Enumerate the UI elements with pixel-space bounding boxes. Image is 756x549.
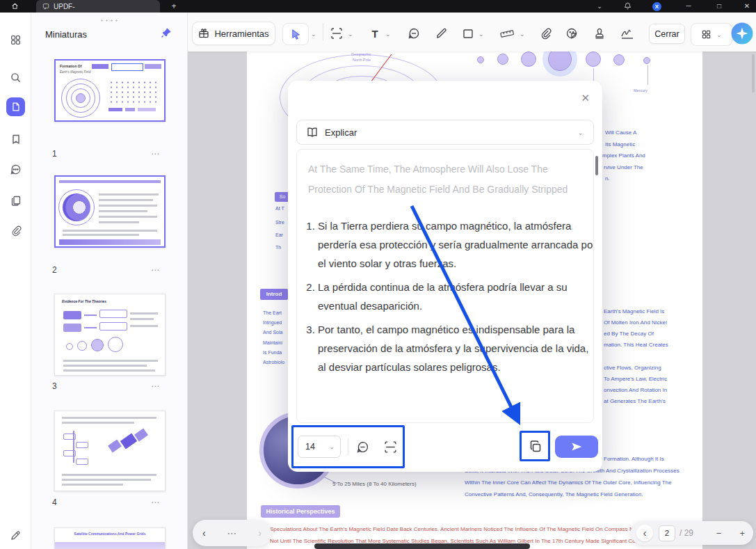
tools-gift-icon bbox=[198, 28, 209, 39]
thumb1-dot-grid bbox=[108, 80, 159, 104]
tools-button[interactable]: Herramientas bbox=[192, 22, 275, 45]
thumb3-outline-box bbox=[99, 310, 127, 318]
quoted-source-text: At The Same Time, The Atmosphere Will Al… bbox=[308, 159, 581, 200]
thumb1-bar bbox=[125, 108, 135, 111]
thumb3-line bbox=[130, 318, 154, 320]
text-dropdown-chevron-icon[interactable]: ⌄ bbox=[385, 31, 391, 38]
page-pager-pill: ‹ / 29 − + bbox=[631, 521, 753, 545]
text-tool-icon[interactable]: T bbox=[367, 26, 383, 40]
signature-tool-icon[interactable] bbox=[618, 26, 636, 40]
send-button[interactable] bbox=[555, 436, 598, 458]
page-thumbnail-2[interactable] bbox=[54, 175, 166, 248]
page-text: Will Cause A bbox=[605, 129, 636, 136]
home-icon[interactable] bbox=[11, 2, 19, 10]
ai-answer-item: Si la Tierra perdiera su campo magnético… bbox=[318, 216, 594, 273]
pointer-tool-button[interactable] bbox=[282, 23, 309, 45]
dialog-close-icon[interactable]: ✕ bbox=[581, 92, 590, 104]
thumb1-highlight bbox=[145, 64, 161, 69]
screenshot-area-tool-icon[interactable] bbox=[329, 26, 344, 40]
planet-circle bbox=[613, 54, 625, 65]
comment-tool-icon[interactable] bbox=[406, 26, 421, 40]
horizontal-scrollbar[interactable] bbox=[314, 543, 530, 549]
pager-prev-button[interactable]: ‹ bbox=[636, 525, 653, 541]
attachment-tool-icon[interactable] bbox=[538, 26, 553, 40]
page-1-menu-icon[interactable]: ⋯ bbox=[151, 149, 160, 159]
page-layout-chevron-icon: ⌄ bbox=[716, 31, 722, 38]
pencil-tool-icon[interactable] bbox=[434, 26, 449, 40]
shapes-dropdown-chevron-icon[interactable]: ⌄ bbox=[478, 31, 484, 38]
document-tab[interactable]: UPDF- bbox=[36, 0, 160, 13]
bookmark-icon[interactable] bbox=[6, 129, 25, 148]
updf-ai-button[interactable] bbox=[730, 22, 754, 45]
thumb4-tree-box bbox=[76, 442, 88, 448]
comments-icon[interactable] bbox=[6, 160, 25, 179]
search-icon[interactable] bbox=[6, 68, 25, 87]
page-text: onvection And Rotation In bbox=[604, 387, 667, 393]
thumb1-subtitle: Earth's Magnetic Field bbox=[60, 70, 90, 74]
minimize-button[interactable]: ─ bbox=[683, 0, 694, 13]
ai-answer-item: Por tanto, el campo magnético es indispe… bbox=[318, 320, 594, 376]
dialog-scrollbar-thumb[interactable] bbox=[595, 156, 598, 175]
page-text-red: Speculations About The Earth's Magnetic … bbox=[270, 526, 651, 532]
page-2-menu-icon[interactable]: ⋯ bbox=[151, 265, 160, 275]
page-text: mation. This Heat Creates bbox=[604, 342, 668, 348]
nav-next-icon[interactable]: › bbox=[258, 528, 262, 538]
page-layout-button[interactable]: ⌄ bbox=[691, 23, 732, 46]
updf-app: Geographic North Pole Neptune Mercury Wi… bbox=[0, 0, 756, 549]
close-edit-button[interactable]: Cerrar bbox=[649, 24, 685, 44]
thumb4-tree-box bbox=[63, 433, 76, 440]
page-text: To Ampere's Law, Electric bbox=[604, 376, 667, 382]
panel-title: Miniaturas bbox=[45, 29, 87, 40]
page-text: The Eart bbox=[263, 310, 282, 315]
page-3-menu-icon[interactable]: ⋯ bbox=[151, 381, 160, 391]
titlebar-chevron-icon[interactable]: ⌄ bbox=[594, 0, 605, 13]
zoom-out-icon[interactable]: − bbox=[716, 529, 722, 538]
planet-circle bbox=[586, 51, 601, 67]
planet-circle bbox=[497, 54, 508, 65]
miles-caption: 5 To 25 Miles (8 To 40 Kilometers) bbox=[332, 481, 417, 487]
account-avatar[interactable]: X bbox=[652, 2, 661, 11]
shapes-tool-icon[interactable] bbox=[460, 26, 476, 40]
maximize-button[interactable]: □ bbox=[714, 0, 725, 13]
pointer-dropdown-chevron-icon[interactable]: ⌄ bbox=[311, 31, 316, 38]
ai-mode-chevron-icon: ⌄ bbox=[578, 129, 584, 136]
pin-panel-icon[interactable] bbox=[161, 27, 172, 41]
page-number-input[interactable] bbox=[659, 525, 675, 541]
planet-circle bbox=[477, 56, 484, 63]
thumbnails-panel-icon[interactable] bbox=[6, 97, 25, 116]
thumb2-earth-blob bbox=[63, 193, 90, 221]
thumb3-line bbox=[130, 312, 158, 315]
sticker-tool-icon[interactable] bbox=[564, 26, 579, 40]
close-window-button[interactable]: ✕ bbox=[741, 0, 753, 13]
new-tab-button[interactable]: + bbox=[168, 0, 179, 13]
notification-bell-icon[interactable] bbox=[624, 2, 632, 10]
measure-dropdown-chevron-icon[interactable]: ⌄ bbox=[520, 31, 525, 38]
measure-tool-icon[interactable] bbox=[498, 26, 516, 40]
thumb4-line bbox=[62, 417, 156, 419]
vertical-scrollbar-thumb[interactable] bbox=[752, 54, 755, 93]
ai-mode-select[interactable]: Explicar ⌄ bbox=[296, 120, 594, 145]
nav-more-icon[interactable]: ⋯ bbox=[227, 528, 237, 538]
zoom-in-icon[interactable]: + bbox=[739, 529, 745, 538]
page-thumbnail-3[interactable]: Evidence For The Theories bbox=[54, 294, 166, 376]
stamp-tool-icon[interactable] bbox=[592, 26, 607, 40]
attachments-icon[interactable] bbox=[6, 221, 25, 240]
screenshot-dropdown-chevron-icon[interactable]: ⌄ bbox=[348, 31, 353, 38]
pages-icon[interactable] bbox=[6, 191, 25, 209]
nav-prev-icon[interactable]: ‹ bbox=[202, 528, 206, 538]
page-number-1: 1 bbox=[52, 149, 57, 159]
thumb2-bottom-band bbox=[59, 239, 161, 245]
page-thumbnail-1[interactable]: Formation Of Earth's Magnetic Field bbox=[54, 59, 166, 122]
page-thumbnail-5[interactable]: Satellite Communications And Power Grids bbox=[54, 527, 166, 549]
sign-pen-icon[interactable] bbox=[6, 526, 25, 545]
page-4-menu-icon[interactable]: ⋯ bbox=[151, 498, 160, 507]
thumb4-tree-box bbox=[63, 450, 76, 456]
pager-prev-icon: ‹ bbox=[643, 528, 647, 538]
thumb4-line bbox=[62, 484, 123, 486]
apps-grid-icon[interactable] bbox=[6, 31, 25, 49]
panel-drag-handle[interactable] bbox=[99, 19, 118, 22]
page-text: Maintaini bbox=[263, 340, 282, 345]
page-thumbnail-4[interactable] bbox=[54, 411, 166, 491]
page-text: ed By The Decay Of bbox=[604, 331, 654, 337]
thumb3-line bbox=[84, 315, 97, 316]
